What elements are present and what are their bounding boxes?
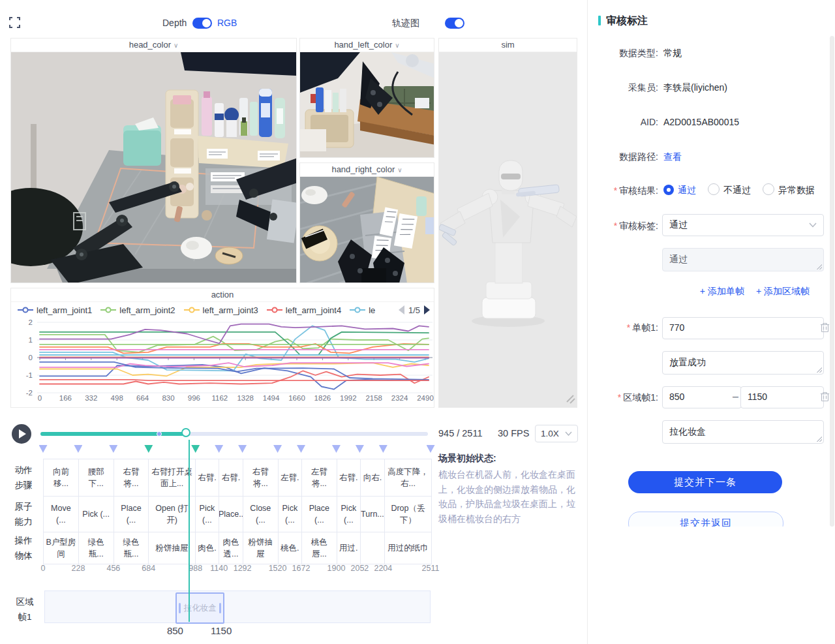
svg-text:0: 0: [29, 354, 33, 361]
timeline-marker[interactable]: [332, 445, 341, 453]
timeline-marker[interactable]: [39, 445, 48, 453]
steps-cell: 高度下降，右...: [385, 459, 431, 497]
legend-prev-icon[interactable]: [399, 305, 404, 314]
slider-handle[interactable]: [181, 428, 190, 437]
playback-slider[interactable]: [40, 432, 428, 436]
radio-pass[interactable]: [663, 185, 674, 195]
legend-item[interactable]: le: [350, 305, 375, 315]
steps-column: 左臂将...Place (...桃色唇...: [302, 459, 337, 564]
delete-single-frame-icon[interactable]: [820, 322, 830, 335]
steps-cell: Pick (...: [279, 497, 301, 532]
timeline-marker[interactable]: [427, 445, 435, 453]
hand-left-camera-title[interactable]: hand_left_color∨: [300, 38, 434, 52]
svg-text:996: 996: [188, 394, 200, 402]
radio-fail[interactable]: [708, 183, 720, 195]
region-right-handle[interactable]: [219, 603, 221, 613]
scene-state-block: 场景初始状态: 梳妆台在机器人前，化妆盒在桌面上，化妆盒的侧边摆放着物品，化妆品…: [438, 453, 583, 527]
sim-panel-title: sim: [439, 38, 577, 52]
svg-text:166: 166: [59, 394, 72, 402]
frame-axis-label: 2511: [422, 564, 440, 573]
timeline-marker[interactable]: [379, 445, 387, 453]
steps-cell: 右臂.: [219, 459, 243, 497]
hand-right-camera-title[interactable]: hand_right_color∨: [300, 163, 434, 177]
steps-cell: 用过的纸巾: [385, 532, 431, 564]
trajectory-toggle[interactable]: [445, 18, 464, 29]
submit-back-button[interactable]: 提交并返回: [628, 512, 783, 527]
submit-next-button[interactable]: 提交并下一条: [628, 471, 782, 493]
radio-fail-label[interactable]: 不通过: [723, 185, 751, 195]
timeline-marker[interactable]: [109, 445, 117, 453]
timeline-marker[interactable]: [191, 445, 200, 453]
add-single-frame-link[interactable]: + 添加单帧: [700, 286, 744, 298]
workspace: Depth RGB 轨迹图 head_color∨: [0, 0, 587, 644]
steps-column: 右臂将...Place (...绿色瓶...: [114, 459, 149, 564]
speed-select[interactable]: 1.0X: [535, 425, 578, 442]
tag-select[interactable]: 通过: [662, 214, 824, 236]
chevron-down-icon: [809, 222, 817, 228]
timeline-marker[interactable]: [238, 445, 247, 453]
tag-note-textarea[interactable]: 通过: [662, 248, 824, 271]
data-type-value: 常规: [663, 46, 682, 59]
title-accent-bar: [598, 16, 601, 25]
add-region-frame-link[interactable]: + 添加区域帧: [756, 286, 810, 298]
timeline-marker[interactable]: [273, 445, 282, 453]
chevron-down-icon: [565, 431, 572, 436]
data-path-link[interactable]: 查看: [663, 150, 682, 163]
legend-item[interactable]: left_arm_joint2: [100, 305, 175, 315]
depth-rgb-toggle[interactable]: [192, 18, 212, 29]
svg-text:498: 498: [111, 394, 123, 402]
steps-cell: 桃色唇...: [302, 532, 337, 564]
steps-cell: Close (...: [243, 497, 278, 532]
scrollbar[interactable]: [830, 36, 834, 527]
steps-column: 右臂将...Close (...粉饼抽屉: [243, 459, 279, 564]
sim-panel: sim: [438, 38, 577, 408]
timeline-marker[interactable]: [144, 445, 153, 453]
svg-text:0: 0: [38, 394, 42, 402]
region-start-input[interactable]: 850: [662, 386, 742, 408]
legend-item[interactable]: left_arm_joint4: [267, 305, 341, 315]
head-camera-image: [11, 52, 297, 283]
aid-label: AID:: [588, 115, 658, 129]
frame-axis-label: 228: [71, 564, 85, 573]
svg-text:2490: 2490: [417, 394, 434, 402]
chart-legend: left_arm_joint1left_arm_joint2left_arm_j…: [18, 302, 430, 318]
single-frame-input[interactable]: 770: [662, 317, 824, 339]
playhead-line[interactable]: [189, 440, 190, 622]
hand-right-camera-panel: hand_right_color∨: [299, 162, 434, 283]
review-panel: 审核标注 数据类型: 常规 采集员: 李轶晨(liyichen) AID: A2…: [587, 0, 835, 644]
delete-region-frame-icon[interactable]: [820, 391, 830, 405]
region-track-bar[interactable]: 拉化妆盒: [44, 590, 431, 623]
steps-cell: Drop（丢下）: [385, 497, 431, 532]
steps-column: 左臂.Pick (...桃色.: [279, 459, 302, 564]
aid-value: A2D0015AB00015: [663, 115, 739, 129]
radio-pass-label[interactable]: 通过: [678, 185, 696, 195]
steps-cell: 左臂将...: [302, 459, 337, 497]
speed-value: 1.0X: [541, 429, 559, 438]
hand-left-camera-panel: hand_left_color∨: [299, 38, 434, 158]
region-frame-desc-textarea[interactable]: 拉化妆盒: [662, 420, 824, 444]
fullscreen-icon[interactable]: [9, 17, 20, 28]
timeline-marker[interactable]: [297, 445, 305, 453]
rgb-label: RGB: [217, 18, 237, 28]
radio-abnormal[interactable]: [763, 183, 774, 195]
play-button[interactable]: [12, 424, 31, 444]
steps-cell: 桃色.: [279, 532, 301, 564]
steps-cell: 右臂.: [337, 459, 360, 497]
region-end-input[interactable]: 1150: [740, 386, 824, 408]
single-frame-desc-textarea[interactable]: 放置成功: [662, 351, 824, 375]
steps-cell: Place (...: [114, 497, 149, 532]
trajectory-label: 轨迹图: [392, 18, 419, 29]
timeline-marker[interactable]: [74, 445, 82, 453]
legend-next-icon[interactable]: [424, 305, 430, 314]
legend-item[interactable]: left_arm_joint1: [18, 305, 92, 315]
frame-axis-label: 1140: [210, 564, 228, 573]
radio-abnormal-label[interactable]: 异常数据: [778, 185, 815, 195]
region-left-handle[interactable]: [179, 603, 181, 613]
steps-cell: 用过.: [337, 532, 360, 564]
timeline-marker[interactable]: [215, 445, 223, 453]
head-camera-title[interactable]: head_color∨: [11, 38, 296, 52]
region-frame-block[interactable]: 拉化妆盒: [175, 592, 224, 624]
head-camera-panel: head_color∨: [10, 38, 297, 283]
timeline-marker[interactable]: [356, 445, 364, 453]
legend-item[interactable]: left_arm_joint3: [184, 305, 258, 315]
